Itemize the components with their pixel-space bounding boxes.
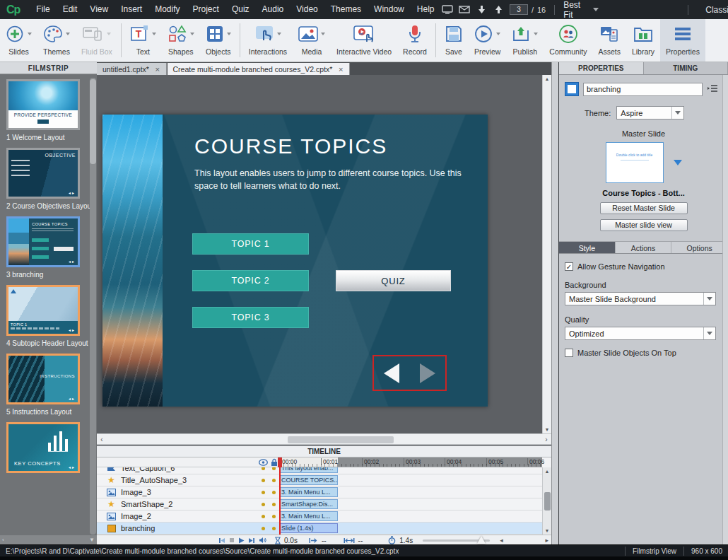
scroll-right-icon[interactable]: ›: [541, 436, 551, 443]
toolbar-button-library[interactable]: Library: [626, 19, 660, 62]
menu-quiz[interactable]: Quiz: [225, 0, 256, 19]
timeline-object-bar[interactable]: Slide (1.4s): [279, 523, 338, 533]
playhead-line[interactable]: [279, 457, 281, 535]
menu-themes[interactable]: Themes: [324, 0, 368, 19]
scroll-up-icon[interactable]: ▲: [545, 76, 550, 81]
slide-thumbnail[interactable]: PROVIDE PERSPECTIVE: [6, 79, 80, 130]
toolbar-button-objects[interactable]: Objects: [200, 19, 237, 62]
slide-thumbnail-selected[interactable]: COURSE TOPICS ◂▸: [6, 216, 80, 267]
slide-thumbnail[interactable]: TOPIC 1 ◂▸: [6, 285, 80, 336]
menu-help[interactable]: Help: [411, 0, 441, 19]
playhead-handle[interactable]: [278, 457, 282, 467]
menu-insert[interactable]: Insert: [115, 0, 148, 19]
slide-number-input[interactable]: [510, 4, 528, 15]
slide-thumbnail[interactable]: KEY CONCEPTS ◂▸: [6, 422, 80, 473]
previous-slide-arrow-icon[interactable]: [475, 4, 488, 16]
eye-icon[interactable]: [259, 459, 268, 466]
timeline-row-branching-selected[interactable]: branching Slide (1.4s): [97, 523, 542, 535]
scroll-left-icon[interactable]: ◂: [500, 537, 503, 544]
zoom-dropdown[interactable]: Best Fit: [563, 0, 599, 20]
toolbar-button-properties[interactable]: Properties: [660, 19, 705, 62]
go-to-start-button[interactable]: [218, 537, 225, 544]
timeline-row-text-caption-6[interactable]: Text_Caption_6 This layout enab...: [97, 467, 542, 474]
filmstrip-slide-4[interactable]: TOPIC 1 ◂▸ 4 Subtopic Header Layout: [6, 285, 97, 347]
slide-thumbnail[interactable]: INSTRUCTIONS ◂▸: [6, 354, 80, 404]
next-slide-arrow-icon[interactable]: [493, 4, 505, 16]
visibility-dot[interactable]: [262, 527, 265, 530]
lock-dot[interactable]: [272, 503, 276, 506]
lock-dot[interactable]: [272, 467, 276, 470]
menu-project[interactable]: Project: [187, 0, 225, 19]
canvas-horizontal-scrollbar[interactable]: ‹ ›: [97, 433, 551, 445]
visibility-dot[interactable]: [262, 479, 265, 482]
master-slide-thumbnail[interactable]: Double click to add title: [606, 142, 664, 183]
toolbar-button-themes[interactable]: Themes: [37, 19, 76, 62]
subtab-style[interactable]: Style: [559, 242, 616, 253]
close-icon[interactable]: ×: [155, 66, 160, 73]
topic-1-button[interactable]: TOPIC 1: [192, 233, 309, 255]
scroll-left-icon[interactable]: ‹: [97, 436, 107, 443]
canvas-vertical-scrollbar[interactable]: ▲ ▼: [542, 75, 551, 433]
visibility-dot[interactable]: [262, 515, 265, 518]
checkbox-unchecked[interactable]: [565, 349, 573, 357]
timeline-object-bar[interactable]: COURSE TOPICS...: [279, 475, 338, 485]
span-range-icon[interactable]: [344, 537, 355, 544]
background-dropdown[interactable]: Master Slide Background: [565, 292, 716, 305]
lock-dot[interactable]: [272, 527, 276, 530]
timeline-zoom-slider[interactable]: [423, 539, 490, 542]
filmstrip-slide-3[interactable]: COURSE TOPICS ◂▸ 3 branching: [6, 216, 97, 279]
timeline-object-bar[interactable]: SmartShape:Dis...: [279, 499, 338, 509]
menu-view[interactable]: View: [83, 0, 115, 19]
tab-untitled1[interactable]: untitled1.cptx* ×: [97, 63, 167, 75]
topic-3-button[interactable]: TOPIC 3: [192, 307, 309, 328]
quality-dropdown[interactable]: Optimized: [565, 327, 716, 340]
lock-dot[interactable]: [272, 479, 276, 482]
timeline-object-bar[interactable]: 3. Main Menu L...: [279, 511, 338, 521]
timeline-row-image-2[interactable]: Image_2 3. Main Menu L...: [97, 511, 542, 523]
menu-window[interactable]: Window: [368, 0, 411, 19]
filmstrip-slide-1[interactable]: PROVIDE PERSPECTIVE 1 Welcome Layout: [6, 79, 97, 141]
mail-review-icon[interactable]: [458, 4, 471, 16]
toolbar-button-assets[interactable]: Assets: [592, 19, 626, 62]
slide-name-input[interactable]: [583, 83, 703, 96]
scrollbar-thumb[interactable]: [544, 492, 551, 511]
stage-canvas[interactable]: COURSE TOPICS This layout enables users …: [97, 75, 551, 433]
subtab-actions[interactable]: Actions: [616, 242, 672, 253]
toolbar-button-interactive-video[interactable]: Interactive Video: [331, 19, 397, 62]
toolbar-button-publish[interactable]: Publish: [506, 19, 544, 62]
go-to-end-button[interactable]: [248, 537, 255, 544]
slider-thumb[interactable]: [477, 536, 486, 544]
forward-arrow-icon[interactable]: [420, 363, 435, 383]
subtab-options[interactable]: Options: [671, 242, 728, 253]
device-preview-icon[interactable]: [440, 4, 453, 16]
menu-file[interactable]: File: [30, 0, 56, 19]
toolbar-button-shapes[interactable]: Shapes: [162, 19, 200, 62]
timeline-row-smartshape-2[interactable]: ★ SmartShape_2 SmartShape:Dis...: [97, 498, 542, 511]
toolbar-button-interactions[interactable]: Interactions: [243, 19, 293, 62]
scrollbar-thumb[interactable]: [288, 436, 394, 443]
visibility-dot[interactable]: [262, 503, 265, 506]
stop-button[interactable]: [229, 537, 235, 543]
tab-branched-courses[interactable]: Create multi-module branched courses_V2.…: [168, 63, 350, 75]
lock-icon[interactable]: [271, 458, 278, 467]
jump-forward-icon[interactable]: [309, 537, 318, 544]
timeline-object-bar[interactable]: 3. Main Menu L...: [279, 487, 338, 497]
visibility-dot[interactable]: [262, 491, 265, 494]
toolbar-button-record[interactable]: Record: [397, 19, 433, 62]
slide-editing-area[interactable]: COURSE TOPICS This layout enables users …: [102, 115, 488, 407]
reset-master-slide-button[interactable]: Reset Master Slide: [600, 202, 688, 214]
tab-timing[interactable]: TIMING: [644, 62, 728, 74]
filmstrip-slide-6[interactable]: KEY CONCEPTS ◂▸: [6, 422, 97, 473]
filmstrip-scrollbar-thumb[interactable]: [90, 79, 96, 164]
checkbox-checked[interactable]: ✓: [565, 262, 573, 271]
scroll-up-icon[interactable]: ▲: [545, 469, 550, 474]
slide-body-text[interactable]: This layout enables users to jump to dif…: [194, 167, 462, 192]
timeline-row-title-autoshape-3[interactable]: ★ Title_AutoShape_3 COURSE TOPICS...: [97, 474, 542, 486]
topic-2-button[interactable]: TOPIC 2: [192, 270, 309, 291]
timeline-object-bar[interactable]: This layout enab...: [279, 467, 338, 473]
scroll-right-icon[interactable]: ▸: [545, 537, 548, 544]
back-arrow-icon[interactable]: [384, 363, 399, 383]
timeline-vertical-scrollbar[interactable]: ▲ ▼: [542, 467, 551, 535]
slide-title-text[interactable]: COURSE TOPICS: [194, 134, 387, 158]
toolbar-button-media[interactable]: Media: [293, 19, 331, 62]
